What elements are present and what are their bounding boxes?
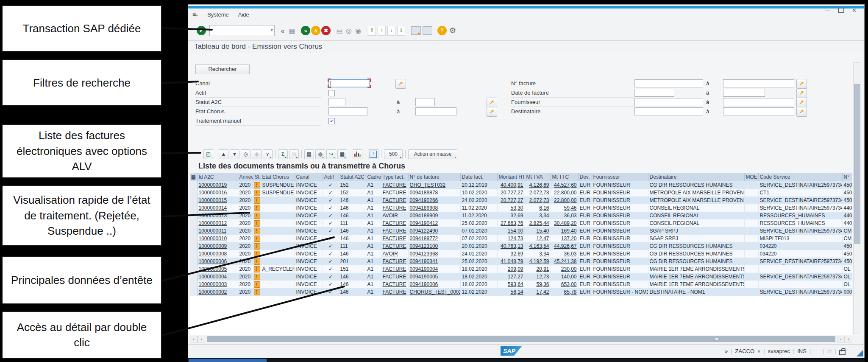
sort-descending-icon[interactable]: ▼ xyxy=(230,149,239,159)
cell-mt-ttc[interactable]: 44.527,60 xyxy=(551,181,578,189)
new-session-icon[interactable]: ★ xyxy=(411,26,421,35)
cell-mt-ttc[interactable]: 45.241,38 xyxy=(551,258,578,265)
insert-mode-indicator[interactable]: INS xyxy=(797,348,807,354)
canal-input[interactable] xyxy=(328,79,370,87)
close-icon[interactable]: ✕ xyxy=(852,7,857,14)
cell-mt-tva[interactable]: 4.192,59 xyxy=(525,258,551,265)
cell-mt-ttc[interactable]: 22.800,00 xyxy=(551,189,578,196)
cell-mt-ttc[interactable]: 30.489,20 xyxy=(551,219,578,227)
cell-mt-ttc[interactable]: 230,00 xyxy=(551,265,578,273)
etat-chorus-multiselect-button[interactable]: ↗ xyxy=(487,107,497,117)
cell-type-fact[interactable]: FACTURE xyxy=(381,227,408,235)
cell-id-a2c[interactable]: 1000000012 xyxy=(197,219,238,227)
layout-icon[interactable]: ▦ xyxy=(337,149,347,159)
hscroll-track[interactable] xyxy=(207,336,835,342)
row-selector[interactable] xyxy=(190,227,197,235)
cell-type-fact[interactable]: FACTURE xyxy=(381,242,408,250)
cell-mt-tva[interactable]: 2.825,44 xyxy=(525,219,551,227)
cell-no-facture[interactable]: CHORUS_TEST_0002 xyxy=(408,288,460,296)
cell-no-facture[interactable]: 0094122490 xyxy=(408,227,460,235)
cell-id-a2c[interactable]: 1000000016 xyxy=(197,189,238,196)
cell-montant-ht[interactable]: 124,73 xyxy=(497,235,525,242)
cell-mt-tva[interactable]: 4.163,54 xyxy=(525,242,551,250)
column-header[interactable]: Date fact. xyxy=(460,173,497,181)
statut-a2c-multiselect-button[interactable]: ↗ xyxy=(487,98,497,107)
cell-no-facture[interactable]: 0094190412 xyxy=(408,219,460,227)
first-page-icon[interactable]: ⇑ xyxy=(368,26,376,36)
fournisseur-multiselect-button[interactable]: ↗ xyxy=(796,98,807,107)
cell-no-facture[interactable]: 0094190004 xyxy=(408,265,460,273)
cell-id-a2c[interactable]: 1000000010 xyxy=(197,235,238,242)
column-header[interactable]: Statut A2C xyxy=(339,173,366,181)
statut-a2c-to-input[interactable] xyxy=(415,98,435,106)
cell-no-facture[interactable]: 0094189908 xyxy=(408,204,460,212)
find-icon[interactable]: ◎ xyxy=(241,149,250,159)
table-row[interactable]: 1000000015 2020 ! INVOICE ✓ 146 A1 FACTU… xyxy=(190,196,852,204)
cell-id-a2c[interactable]: 1000000002 xyxy=(197,288,238,296)
row-selector[interactable] xyxy=(190,242,197,250)
minimize-icon[interactable]: — xyxy=(825,7,830,14)
destinataire-from-input[interactable] xyxy=(634,107,703,115)
row-selector[interactable] xyxy=(190,219,197,227)
back-icon[interactable]: « xyxy=(301,26,310,35)
cell-mt-tva[interactable]: 2.072,73 xyxy=(525,196,551,204)
traitement-manuel-checkbox[interactable]: ✔ xyxy=(328,118,335,124)
date-facture-multiselect-button[interactable]: ↗ xyxy=(796,88,807,98)
cell-no-facture[interactable]: 0094190266 xyxy=(408,196,460,204)
row-selector[interactable] xyxy=(190,258,197,265)
vertical-scrollbar-thumb[interactable] xyxy=(854,84,860,244)
cell-montant-ht[interactable]: 20.727,27 xyxy=(497,189,525,196)
column-header[interactable]: Mt TTC xyxy=(551,173,578,181)
cell-type-fact[interactable]: FACTURE xyxy=(381,235,408,242)
cell-type-fact[interactable]: FACTURE xyxy=(381,265,408,273)
table-row[interactable]: 1000000004 2020 ! INVOICE ✓ 146 A1 FACTU… xyxy=(190,273,852,281)
cell-montant-ht[interactable]: 32,69 xyxy=(497,250,525,258)
cell-no-facture[interactable]: 0094190341 xyxy=(408,258,460,265)
etat-chorus-from-input[interactable] xyxy=(328,107,367,115)
table-row[interactable]: 1000000011 2020 ! INVOICE ✓ 146 A1 FACTU… xyxy=(190,227,852,235)
collapse-icon[interactable]: « xyxy=(278,27,287,34)
views-icon[interactable]: ◍ xyxy=(315,149,325,159)
column-header[interactable]: Année xyxy=(238,173,253,181)
column-header[interactable]: Id A2C xyxy=(197,173,238,181)
cell-type-fact[interactable]: AVOIR xyxy=(381,212,408,219)
cell-no-facture[interactable]: 0094189772 xyxy=(408,235,460,242)
cell-type-fact[interactable]: FACTURE xyxy=(381,189,408,196)
cell-id-a2c[interactable]: 1000000005 xyxy=(197,265,238,273)
column-header[interactable]: Fournisseur xyxy=(592,173,648,181)
table-row[interactable]: 1000000006 2020 ! INVOICE ✓ 201 A1 FACTU… xyxy=(190,258,852,265)
cell-id-a2c[interactable]: 1000000009 xyxy=(197,242,238,250)
chevron-down-icon[interactable]: ∨ xyxy=(757,349,760,354)
cell-type-fact[interactable]: AVOIR xyxy=(381,250,408,258)
cell-type-fact[interactable]: FACTURE xyxy=(381,288,408,296)
cell-montant-ht[interactable]: 209,09 xyxy=(497,265,525,273)
cell-montant-ht[interactable]: 154,00 xyxy=(497,227,525,235)
cell-mt-ttc[interactable]: 169,40 xyxy=(551,227,578,235)
column-header[interactable]: St. xyxy=(253,173,261,181)
hscroll-left-icon[interactable]: ‹ xyxy=(190,336,198,342)
table-row[interactable]: 1000000005 2020 ! A_RECYCLER INVOICE ✓ 1… xyxy=(190,265,852,273)
screen-menu-icon[interactable]: ≡▸ xyxy=(192,11,198,18)
no-facture-to-input[interactable] xyxy=(723,79,794,87)
select-all-icon[interactable]: ▦ xyxy=(190,173,197,181)
cell-montant-ht[interactable]: 593,64 xyxy=(497,281,525,288)
exit-icon[interactable]: ∧ xyxy=(311,26,320,35)
cell-montant-ht[interactable]: 27.663,76 xyxy=(497,219,525,227)
cell-type-fact[interactable]: FACTURE xyxy=(381,281,408,288)
column-header[interactable]: Dev. xyxy=(578,173,592,181)
cell-mt-ttc[interactable]: 653,00 xyxy=(551,281,578,288)
row-selector[interactable] xyxy=(190,204,197,212)
cell-id-a2c[interactable]: 1000000013 xyxy=(197,212,238,219)
hscroll-right-icon[interactable]: › xyxy=(845,336,852,342)
cell-id-a2c[interactable]: 1000000004 xyxy=(197,273,238,281)
chevron-down-icon[interactable]: ▾ xyxy=(270,27,273,33)
cell-id-a2c[interactable]: 1000000015 xyxy=(197,196,238,204)
cell-mt-ttc[interactable]: 59,46 xyxy=(551,204,578,212)
row-selector[interactable] xyxy=(190,181,197,189)
cell-id-a2c[interactable]: 1000000006 xyxy=(197,258,238,265)
date-facture-to-input[interactable] xyxy=(723,89,765,97)
cell-id-a2c[interactable]: 1000000011 xyxy=(197,227,238,235)
last-page-icon[interactable]: ⇓ xyxy=(397,26,405,36)
table-row[interactable]: 1000000003 2020 ! INVOICE ✓ 146 A1 FACTU… xyxy=(190,281,852,288)
cell-id-a2c[interactable]: 1000000008 xyxy=(197,250,238,258)
